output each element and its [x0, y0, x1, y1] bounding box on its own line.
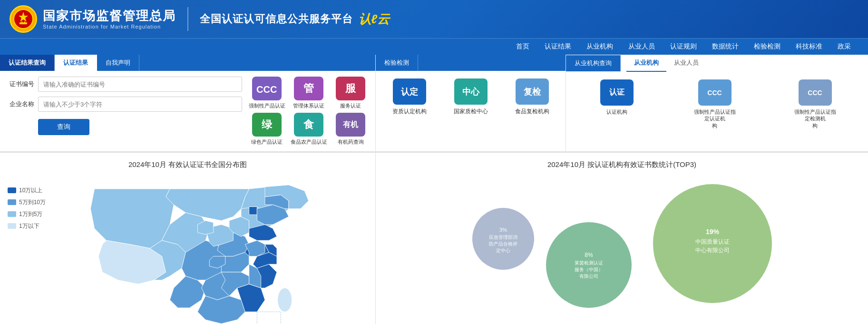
tab-org-person[interactable]: 从业人员: [666, 55, 706, 72]
cert-icon-box-svc: 服: [336, 77, 365, 100]
tab-self-declaration[interactable]: 自我声明: [97, 55, 139, 71]
svg-text:莱茵检测认证: 莱茵检测认证: [575, 260, 603, 265]
cert-no-input[interactable]: [38, 77, 242, 92]
map-legend: 10万以上 5万到10万 1万到5万 1万以下: [8, 177, 46, 324]
svg-text:19%: 19%: [705, 228, 719, 236]
nav-item-数据统计[interactable]: 数据统计: [704, 39, 746, 55]
cert-query-panel: 认证结果查询 认证结果 自我声明 证书编号 企业名称 查询: [0, 55, 376, 151]
cert-query-body: 证书编号 企业名称 查询 CCC 强制性产品认证: [0, 71, 375, 151]
nav-item-科技标准[interactable]: 科技标准: [788, 39, 830, 55]
header-logo: 国家市场监督管理总局 State Administration for Mark…: [10, 5, 176, 33]
inspect-box-center: 中心: [454, 79, 488, 105]
org-item-ccc-cert[interactable]: CCC 强制性产品认证指定认证机构: [693, 79, 736, 129]
tab-cert-result[interactable]: 认证结果: [55, 55, 97, 71]
platform-brand: 全国认证认可信息公共服务平台 认ℓ云: [200, 11, 390, 28]
cert-icon-box-green: 绿: [252, 113, 282, 137]
main-panels: 认证结果查询 认证结果 自我声明 证书编号 企业名称 查询: [0, 55, 868, 153]
cert-icon-label-ccc: 强制性产品认证: [249, 102, 285, 109]
cert-icon-svc[interactable]: 服 服务认证: [332, 77, 370, 109]
query-button[interactable]: 查询: [38, 119, 89, 135]
header: 国家市场监督管理总局 State Administration for Mark…: [0, 0, 868, 38]
inspection-tabs: 检验检测: [376, 55, 566, 71]
org-box-cert: 认证: [600, 79, 634, 106]
legend-label-min: 1万以下: [19, 222, 39, 230]
cert-icon-box-food: 食: [294, 113, 323, 137]
map-section: 2024年10月 有效认证证书全国分布图 10万以上 5万到10万 1万到5万: [0, 153, 376, 324]
cert-icon-organic[interactable]: 有机 有机药查询: [332, 113, 370, 145]
company-input[interactable]: [38, 97, 242, 112]
header-title-block: 国家市场监督管理总局 State Administration for Mark…: [43, 9, 176, 29]
legend-box-med: [8, 199, 16, 205]
cert-icon-food[interactable]: 食 食品农产品认证: [290, 113, 328, 145]
inspect-box-accred: 认定: [393, 79, 426, 105]
bubble-chart: 3% 应急管理部消 防产品合格评 定中心 8% 莱茵检测认证 服务（中国） 有限…: [383, 177, 860, 324]
org-box-ccc-test: CCC: [799, 79, 832, 106]
legend-item-low: 1万到5万: [8, 210, 46, 218]
cert-icon-mgmt[interactable]: 管 管理体系认证: [290, 77, 328, 109]
nav-item-首页[interactable]: 首页: [508, 39, 537, 55]
company-label: 企业名称: [6, 100, 34, 108]
svg-text:防产品合格评: 防产品合格评: [489, 241, 517, 246]
platform-name: 全国认证认可信息公共服务平台: [200, 12, 353, 26]
cert-icon-box-organic: 有机: [336, 113, 365, 137]
header-divider: [187, 7, 188, 31]
org-body: 认证 认证机构 CCC 强制性产品认证指定认证机构 CCC 强制性产品认证指定检…: [566, 72, 868, 137]
inspect-item-accred[interactable]: 认定 资质认定机构: [392, 79, 427, 116]
org-tab-header: 从业机构查询: [566, 55, 621, 71]
bottom-section: 2024年10月 有效认证证书全国分布图 10万以上 5万到10万 1万到5万: [0, 153, 868, 324]
platform-logo-icon: 认ℓ云: [359, 11, 390, 28]
legend-item-med: 5万到10万: [8, 198, 46, 206]
cert-icons-grid: CCC 强制性产品认证 管 管理体系认证 服 服务认证 绿: [248, 77, 370, 146]
org-label-ccc-test: 强制性产品认证指定检测机构: [794, 108, 837, 129]
svg-text:应急管理部消: 应急管理部消: [489, 235, 517, 240]
org-item-cert[interactable]: 认证 认证机构: [598, 79, 636, 129]
legend-item-high: 10万以上: [8, 187, 46, 195]
legend-box-min: [8, 223, 16, 229]
china-map: [53, 177, 368, 324]
svg-rect-5: [24, 21, 25, 24]
svg-text:中国质量认证: 中国质量认证: [695, 238, 730, 245]
org-name-en: State Administration for Market Regulati…: [43, 24, 176, 29]
svg-text:CCC: CCC: [256, 84, 277, 95]
svg-text:定中心: 定中心: [496, 248, 510, 253]
nav-item-认证结果[interactable]: 认证结果: [537, 39, 579, 55]
inspect-item-reinspect[interactable]: 复检 食品复检机构: [515, 79, 549, 116]
navbar: 首页认证结果从业机构从业人员认证规则数据统计检验检测科技标准政采: [0, 38, 868, 55]
cert-query-panel-label: 认证结果查询: [0, 55, 55, 71]
inspect-item-center[interactable]: 中心 国家质检中心: [454, 79, 488, 116]
company-row: 企业名称: [6, 97, 242, 112]
cert-icon-label-svc: 服务认证: [340, 102, 361, 109]
org-panel-header: 从业机构查询 从业机构 从业人员: [566, 55, 868, 72]
svg-rect-8: [257, 312, 281, 324]
svg-text:中心有限公司: 中心有限公司: [695, 247, 730, 254]
chart-title: 2024年10月 按认证机构有效证书数统计(TOP3): [383, 160, 860, 169]
legend-box-high: [8, 187, 16, 193]
cert-query-tabs: 认证结果查询 认证结果 自我声明: [0, 55, 375, 71]
cert-icon-box-mgmt: 管: [294, 77, 323, 100]
inspection-body: 认定 资质认定机构 中心 国家质检中心 复检 食品复检机构: [376, 71, 566, 123]
legend-label-med: 5万到10万: [19, 198, 46, 206]
svg-text:服务（中国）: 服务（中国）: [575, 267, 603, 272]
cert-icon-label-green: 绿色产品认证: [251, 138, 283, 145]
cert-icon-ccc[interactable]: CCC 强制性产品认证: [248, 77, 286, 109]
nav-item-检验检测[interactable]: 检验检测: [746, 39, 788, 55]
org-name-cn: 国家市场监督管理总局: [43, 9, 176, 23]
legend-box-low: [8, 211, 16, 217]
svg-text:8%: 8%: [585, 252, 593, 258]
legend-item-min: 1万以下: [8, 222, 46, 230]
org-label-ccc-cert: 强制性产品认证指定认证机构: [693, 108, 736, 129]
org-item-ccc-test[interactable]: CCC 强制性产品认证指定检测机构: [794, 79, 837, 129]
cert-icon-label-organic: 有机药查询: [338, 138, 364, 145]
inspection-panel: 检验检测 认定 资质认定机构 中心 国家质检中心 复检 食品复检机构: [376, 55, 566, 151]
nav-item-从业机构[interactable]: 从业机构: [579, 39, 621, 55]
cert-icon-label-mgmt: 管理体系认证: [293, 102, 324, 109]
cert-no-row: 证书编号: [6, 77, 242, 92]
nav-item-认证规则[interactable]: 认证规则: [663, 39, 704, 55]
cert-icon-green[interactable]: 绿 绿色产品认证: [248, 113, 286, 145]
org-query-tab-label: 从业机构查询: [566, 55, 621, 71]
nav-item-政采[interactable]: 政采: [830, 39, 858, 55]
nav-item-从业人员[interactable]: 从业人员: [621, 39, 663, 55]
tab-org-institution[interactable]: 从业机构: [626, 55, 666, 72]
org-box-ccc-cert: CCC: [698, 79, 731, 106]
chart-section: 2024年10月 按认证机构有效证书数统计(TOP3) 3% 应急管理部消 防产…: [376, 153, 868, 324]
